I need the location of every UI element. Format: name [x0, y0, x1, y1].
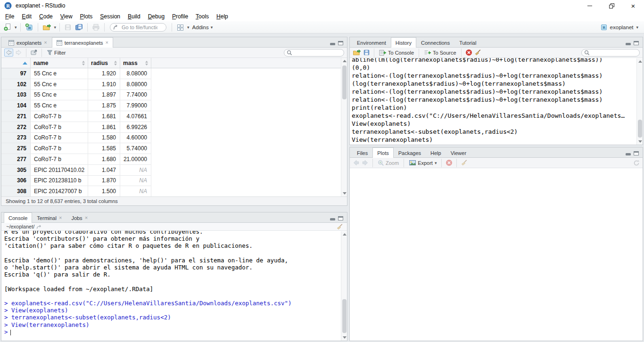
- minimize-pane-icon[interactable]: [330, 218, 335, 220]
- close-tab-icon[interactable]: ×: [85, 215, 88, 220]
- scroll-down-icon[interactable]: [341, 334, 347, 341]
- close-tab-icon[interactable]: ×: [44, 40, 47, 45]
- tab-tutorial[interactable]: Tutorial: [454, 37, 481, 48]
- print-button[interactable]: [91, 23, 101, 32]
- history-entry[interactable]: relation<-(log(terranexoplanets$radius)~…: [352, 96, 643, 104]
- viewer-forward-button[interactable]: [15, 49, 22, 56]
- open-file-button[interactable]: [41, 23, 52, 32]
- goto-file-input[interactable]: [121, 24, 158, 31]
- table-row[interactable]: 10255 Cnc e1.9108.08000: [1, 79, 347, 90]
- history-entry[interactable]: relation<-(log(terranexoplanets$radius)~…: [352, 72, 643, 80]
- clear-plots-button[interactable]: [461, 159, 468, 166]
- scroll-up-icon[interactable]: [637, 58, 643, 65]
- table-row[interactable]: 272CoRoT-7 b1.8616.99226: [1, 122, 347, 133]
- history-entry[interactable]: exoplanets<-read.csv("C://Users/HelenaVi…: [352, 112, 643, 120]
- remove-history-button[interactable]: [465, 49, 472, 56]
- menu-tools[interactable]: Tools: [192, 12, 213, 21]
- tab-files[interactable]: Files: [352, 147, 372, 158]
- minimize-pane-icon[interactable]: [330, 43, 335, 45]
- menu-view[interactable]: View: [57, 12, 76, 21]
- history-entry[interactable]: relation<-(log(terranexoplanets$radius)~…: [352, 88, 643, 96]
- new-file-dropdown[interactable]: ▾: [15, 25, 17, 30]
- tab-help[interactable]: Help: [426, 147, 446, 158]
- close-tab-icon[interactable]: ×: [59, 215, 62, 220]
- tab-terranexoplanets[interactable]: terranexoplanets×: [52, 37, 113, 48]
- table-row[interactable]: 273CoRoT-7 b1.5804.60000: [1, 133, 347, 144]
- viewer-back-button[interactable]: [4, 49, 13, 57]
- maximize-pane-icon[interactable]: [634, 151, 639, 155]
- column-header-radius[interactable]: radius: [88, 58, 120, 68]
- menu-plots[interactable]: Plots: [76, 12, 97, 21]
- maximize-pane-icon[interactable]: [338, 216, 343, 220]
- clear-console-broom-icon[interactable]: [336, 223, 343, 230]
- column-header-mass[interactable]: mass: [120, 58, 151, 68]
- tab-plots[interactable]: Plots: [372, 147, 393, 158]
- save-button[interactable]: [63, 23, 73, 32]
- viewer-search-box[interactable]: [284, 49, 344, 57]
- table-row[interactable]: 306EPIC 201238110 b1.870NA: [1, 176, 347, 187]
- history-entry[interactable]: abline(lm(log(terranexoplanets$radius)~0…: [352, 58, 643, 64]
- maximize-pane-icon[interactable]: [634, 41, 639, 45]
- save-history-button[interactable]: [363, 49, 370, 56]
- menu-code[interactable]: Code: [35, 12, 57, 21]
- minimize-window-button[interactable]: [579, 0, 601, 11]
- table-row[interactable]: 271CoRoT-7 b1.6814.07661: [1, 111, 347, 122]
- remove-plot-button[interactable]: [446, 159, 453, 166]
- minimize-pane-icon[interactable]: [626, 43, 631, 45]
- plot-export-button[interactable]: Export ▾: [408, 160, 438, 166]
- column-header-name[interactable]: name: [31, 58, 88, 68]
- plots-back-button[interactable]: [353, 159, 360, 166]
- table-row[interactable]: 10355 Cnc e1.8977.74000: [1, 90, 347, 101]
- goto-file-search[interactable]: [110, 23, 166, 32]
- tab-terminal[interactable]: Terminal×: [32, 212, 66, 223]
- viewer-popout-button[interactable]: [30, 49, 38, 56]
- scrollbar-thumb[interactable]: [342, 65, 347, 99]
- scroll-up-icon[interactable]: [341, 231, 347, 237]
- plot-zoom-button[interactable]: Zoom: [377, 160, 400, 166]
- scroll-down-icon[interactable]: [637, 138, 643, 145]
- menu-session[interactable]: Session: [96, 12, 124, 21]
- menu-help[interactable]: Help: [213, 12, 232, 21]
- viewer-filter-button[interactable]: Filter: [46, 49, 66, 56]
- history-entry[interactable]: (0,0): [352, 64, 643, 72]
- tab-exoplanets[interactable]: exoplanets×: [4, 37, 52, 48]
- table-row[interactable]: 10455 Cnc e1.8757.99000: [1, 100, 347, 111]
- rownum-header-cell[interactable]: [1, 58, 31, 68]
- project-menu-button[interactable]: R exoplanet ▾: [600, 24, 640, 31]
- close-tab-icon[interactable]: ×: [106, 40, 108, 45]
- scrollbar-thumb[interactable]: [342, 299, 347, 333]
- history-search-box[interactable]: [581, 49, 640, 57]
- table-row[interactable]: 275CoRoT-7 b1.5855.74000: [1, 143, 347, 154]
- scroll-down-icon[interactable]: [341, 190, 347, 196]
- scrollbar-thumb[interactable]: [638, 120, 642, 138]
- history-scrollbar[interactable]: [636, 58, 643, 145]
- menu-build[interactable]: Build: [124, 12, 144, 21]
- viewer-scrollbar[interactable]: [341, 58, 347, 196]
- to-source-button[interactable]: To Source: [423, 49, 457, 56]
- addins-button[interactable]: Addins ▾: [191, 24, 215, 30]
- menu-edit[interactable]: Edit: [18, 12, 35, 21]
- new-project-button[interactable]: R: [24, 23, 34, 32]
- tab-console[interactable]: Console: [4, 212, 32, 223]
- table-row[interactable]: 305EPIC 201170410.021.047NA: [1, 165, 347, 176]
- open-file-dropdown[interactable]: ▾: [54, 25, 57, 30]
- tab-connections[interactable]: Connections: [416, 37, 454, 48]
- table-row[interactable]: 308EPIC 201427007 b1.500NA: [1, 186, 347, 197]
- table-row[interactable]: 277CoRoT-7 b1.68021.00000: [1, 154, 347, 165]
- history-entry[interactable]: View(exoplanets): [352, 120, 643, 128]
- tab-viewer[interactable]: Viewer: [446, 147, 471, 158]
- console-output[interactable]: R es un proyecto colaborativo con muchos…: [1, 231, 347, 341]
- restore-window-button[interactable]: [601, 0, 622, 11]
- history-list[interactable]: abline(lm(log(terranexoplanets$radius)~0…: [350, 58, 643, 145]
- console-scrollbar[interactable]: [341, 231, 347, 341]
- to-console-button[interactable]: To Console: [378, 49, 415, 56]
- tab-history[interactable]: History: [391, 37, 416, 48]
- load-history-button[interactable]: [353, 49, 361, 56]
- history-entry[interactable]: terranexoplanets<-subset(exoplanets,radi…: [352, 128, 643, 136]
- tab-environment[interactable]: Environment: [352, 37, 391, 48]
- maximize-pane-icon[interactable]: [338, 41, 343, 45]
- pane-layout-dropdown[interactable]: ▾: [187, 25, 190, 30]
- menu-debug[interactable]: Debug: [144, 12, 168, 21]
- new-file-button[interactable]: [3, 23, 13, 32]
- clear-history-button[interactable]: [474, 49, 481, 56]
